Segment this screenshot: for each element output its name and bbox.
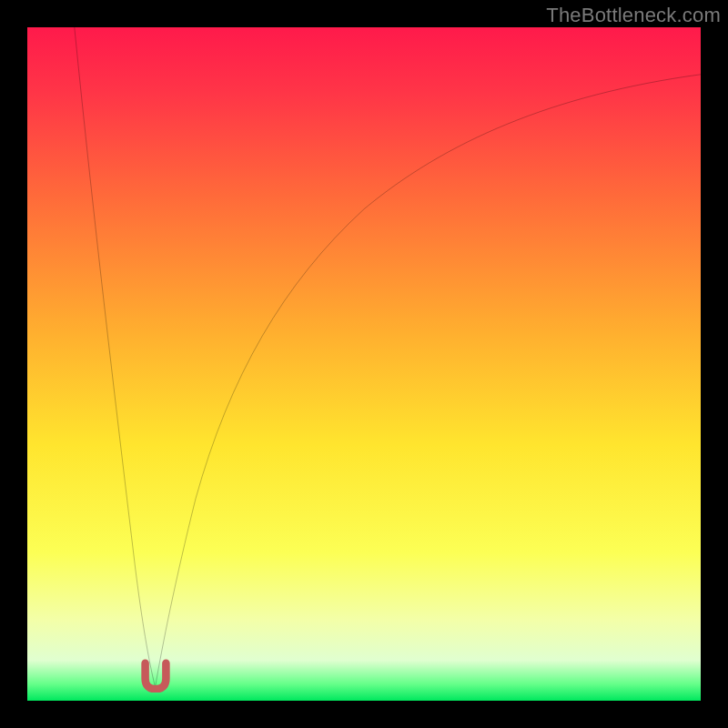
chart-frame: TheBottleneck.com (0, 0, 728, 728)
plot-area (27, 27, 701, 701)
curve-right-branch (156, 75, 701, 687)
bottleneck-curve (27, 27, 701, 701)
curve-left-branch (75, 27, 156, 687)
watermark-text: TheBottleneck.com (546, 4, 721, 27)
